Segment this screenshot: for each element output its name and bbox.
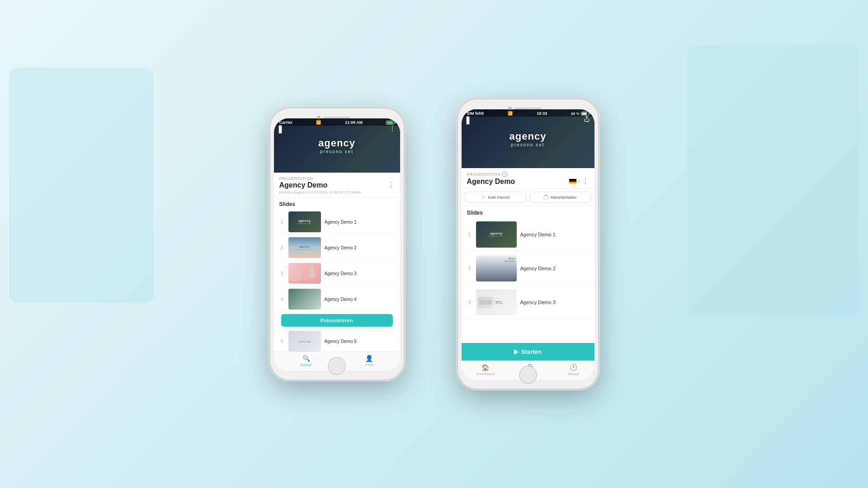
slide4-caption-left: agency big image [290, 306, 304, 308]
bunny-2-left [309, 268, 315, 278]
thumb-presono-1-left: presono set [297, 222, 312, 225]
bunny-1-left [294, 268, 301, 278]
bunny-caption-left: agency big image slide [290, 280, 308, 282]
hero-presono-text-left: presono set [318, 149, 355, 154]
slide-thumb-inner-1-right: agency presono set [476, 221, 517, 248]
slides-list-right: 1 agency presono set Agency Demo 1 2 [462, 218, 594, 343]
slide-thumb-2-right: agency content slide [476, 255, 517, 282]
tab-dashboard-right[interactable]: 🏠 Dashboard [476, 364, 494, 376]
star-icon-right: ☆ [481, 194, 486, 200]
slide-thumb-3-right: agency content slide [476, 289, 517, 315]
more-btn-left[interactable]: ⋮ [387, 181, 395, 189]
hero-title-right: agency presono set [509, 131, 547, 147]
wifi-icon-left: 📶 [316, 120, 321, 125]
tab-profile-left[interactable]: 👤 Profil [365, 355, 373, 367]
slide-num-5-left: 5 [279, 339, 285, 344]
status-right-left [386, 121, 394, 125]
more-button-hero-left[interactable]: ⋮ [389, 125, 396, 132]
slide-thumb-inner-5-left: content slide [288, 331, 321, 352]
slide-item-3-left[interactable]: 3 agency big image slide Agency Demo 3 [278, 261, 396, 286]
slide2-text-right: agency content slide [505, 257, 514, 262]
battery-right [581, 112, 589, 116]
slide-num-2-right: 2 [467, 266, 472, 271]
slide-item-5-left[interactable]: 5 content slide Agency Demo 5 [278, 328, 396, 352]
starten-label-right: Starten [521, 348, 542, 355]
slide-item-2-right[interactable]: 2 agency content slide Agency Demo 2 [465, 252, 591, 286]
back-button-left[interactable]: ‹ [278, 125, 283, 134]
phone-left-shell: Carrier 📶 11:09 AM ‹ agency presono set … [270, 108, 404, 380]
bg-decoration-left [9, 68, 154, 303]
slide-item-1-left[interactable]: 1 agency presono set Agency Demo 1 [278, 209, 396, 235]
pres-title-left: Agency Demo [279, 181, 328, 189]
flag-dropdown-arrow[interactable]: ▾ [578, 179, 580, 183]
slide-thumb-3-left: agency big image slide [288, 263, 321, 284]
share-button-right[interactable] [584, 116, 590, 123]
time-left: 11:09 AM [345, 120, 363, 125]
slide-name-2-right: Agency Demo 2 [520, 266, 556, 271]
back-button-right[interactable]: ‹ [466, 116, 470, 125]
carrier-right: SIM fehlt [467, 111, 484, 116]
status-right-right: 82 % [571, 112, 589, 116]
starten-button-right[interactable]: Starten [462, 343, 594, 361]
fav-label-right: Kein Favorit [488, 195, 509, 200]
product-shape [479, 300, 492, 305]
tab-label-profile-left: Profil [365, 363, 373, 367]
pres-label-right: PRÄSENTATION i [467, 172, 589, 177]
home-button-left[interactable] [328, 357, 346, 375]
slide-thumb-inner-2-left: agency presono set [288, 237, 321, 258]
time-right: 10:33 [537, 111, 547, 116]
slide3-text-right: agency content slide [494, 300, 515, 305]
status-bar-left: Carrier 📶 11:09 AM [274, 118, 400, 126]
search-icon-left: 🔍 [302, 355, 310, 362]
tab-label-search-left: Suchen [300, 363, 312, 367]
slide-name-4-left: Agency Demo 4 [325, 297, 357, 302]
tab-label-history-right: Verlauf [568, 372, 579, 376]
slide-item-2-left[interactable]: 2 agency presono set Agency Demo 2 [278, 235, 396, 261]
battery-left [386, 121, 394, 125]
slide-thumb-1-right: agency presono set [476, 221, 517, 248]
download-button-right[interactable]: Herunterladen [529, 192, 591, 203]
slide-thumb-inner-1-left: agency presono set [288, 211, 321, 232]
pres-title-right: Agency Demo [467, 178, 515, 186]
bg-decoration-right [687, 45, 859, 316]
battery-percent-right: 82 % [571, 112, 579, 116]
hero-title-left: agency presono set [318, 137, 355, 154]
slides-section-right: Slides 1 agency presono set Agency Demo … [462, 206, 594, 343]
slide-thumb-2-left: agency presono set [288, 237, 321, 258]
pres-title-row-right: Agency Demo ▾ ⋮ [467, 177, 589, 186]
slide-name-3-left: Agency Demo 3 [325, 271, 357, 276]
more-btn-right[interactable]: ⋮ [582, 177, 589, 186]
phone-right-screen: SIM fehlt 📶 10:33 82 % ‹ agency presono … [462, 109, 594, 380]
slide-num-3-right: 3 [467, 300, 472, 305]
slides-title-left: Slides [274, 197, 400, 209]
pres-label-text-right: PRÄSENTATION [467, 172, 501, 177]
thumb-presono-2-left: presono set [297, 248, 312, 250]
slides-list-left: 1 agency presono set Agency Demo 1 2 [274, 209, 400, 352]
dl-label-right: Herunterladen [551, 195, 576, 200]
slide-num-4-left: 4 [279, 297, 285, 302]
info-icon-right: i [502, 172, 507, 177]
slide-item-3-right[interactable]: 3 agency content slide [465, 286, 591, 319]
slide-name-1-right: Agency Demo 1 [520, 232, 556, 237]
home-button-right[interactable] [519, 366, 537, 384]
tab-history-right[interactable]: 🕐 Verlauf [568, 364, 579, 376]
wifi-icon-right: 📶 [508, 111, 513, 116]
status-bar-right: SIM fehlt 📶 10:33 82 % [462, 109, 594, 117]
thumb-text-5-left: content slide [298, 340, 311, 343]
house-icon-right: 🏠 [481, 364, 489, 371]
tab-search-left[interactable]: 🔍 Suchen [300, 355, 312, 367]
slide-item-4-left[interactable]: 4 agency big image Agency Demo 4 [278, 286, 396, 312]
present-button-left[interactable]: Präsentieren [281, 314, 393, 327]
hero-right: SIM fehlt 📶 10:33 82 % ‹ agency presono … [462, 109, 594, 168]
phone-left-screen: Carrier 📶 11:09 AM ‹ agency presono set … [274, 118, 400, 371]
hero-left: Carrier 📶 11:09 AM ‹ agency presono set … [274, 118, 400, 173]
slide-name-5-left: Agency Demo 5 [325, 339, 357, 344]
pres-title-actions-right: ▾ ⋮ [569, 177, 589, 186]
slide-item-1-right[interactable]: 1 agency presono set Agency Demo 1 [465, 218, 591, 252]
thumb-agency-1-left: agency [298, 219, 311, 222]
favorite-button-right[interactable]: ☆ Kein Favorit [465, 192, 527, 203]
hero-presono-text-right: presono set [509, 142, 547, 147]
slide3-product-right: agency content slide [476, 289, 517, 315]
flag-de-right[interactable] [569, 179, 576, 184]
slide-name-3-right: Agency Demo 3 [520, 300, 556, 305]
